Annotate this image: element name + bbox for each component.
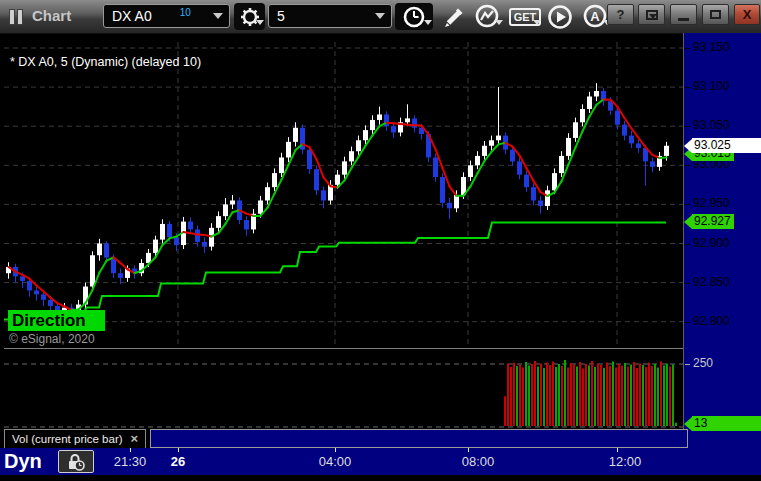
copyright-text: © eSignal, 2020 [9, 332, 95, 346]
price-tick [685, 48, 690, 49]
price-badge-92_927: 92.927 [684, 214, 734, 229]
time-tick-label: 26 [171, 454, 185, 469]
time-tick [617, 448, 618, 452]
badge-arrow-icon [684, 139, 692, 153]
close-tab-icon[interactable]: × [131, 431, 139, 446]
price-chart-canvas[interactable] [4, 36, 683, 348]
price-tick-label: 93.100 [693, 79, 730, 93]
chart-window: Chart DX A0 10 5 [0, 0, 761, 481]
price-tick [685, 204, 690, 205]
time-template-button[interactable] [395, 3, 433, 30]
time-axis[interactable]: Dyn 21:302604:0008:0012:00 [0, 448, 761, 475]
pencil-icon [440, 4, 466, 30]
price-badge-93_025: 93.025 [684, 138, 761, 153]
play-button[interactable] [544, 3, 576, 30]
volume-bars [505, 360, 676, 426]
window-bottom-edge [0, 475, 761, 481]
question-icon: ? [617, 7, 625, 22]
price-tick-label: 93.050 [693, 118, 730, 132]
time-tick [468, 448, 469, 452]
titlebar[interactable]: Chart DX A0 10 5 [0, 0, 761, 34]
close-button[interactable]: X [734, 4, 760, 25]
time-tick-label: 12:00 [609, 454, 642, 469]
tab-volume-study[interactable]: Vol (current price bar) × [4, 429, 146, 448]
symbol-settings-button[interactable] [234, 3, 265, 30]
draw-tools-button[interactable] [438, 3, 468, 30]
volume-chart-canvas[interactable] [4, 350, 683, 428]
chart-legend: * DX A0, 5 (Dynamic) (delayed 10) [10, 55, 201, 69]
symbol-superscript: 10 [180, 7, 191, 18]
tab-label: Vol (current price bar) [12, 433, 123, 445]
price-tick [685, 322, 690, 323]
chart-window-icon [9, 9, 27, 24]
price-badge-13: 13 [684, 416, 761, 431]
interval-combo[interactable]: 5 [268, 4, 392, 28]
chevron-down-icon [495, 20, 503, 29]
chart-style-button[interactable] [470, 3, 504, 30]
window-title: Chart [32, 7, 71, 24]
close-icon: X [743, 7, 752, 22]
time-tick [178, 448, 179, 452]
chevron-down-icon [256, 20, 264, 29]
direction-study-label[interactable]: Direction [8, 310, 105, 331]
chevron-down-icon [533, 20, 541, 29]
price-tick-label: 92.950 [693, 196, 730, 210]
symbol-combo[interactable]: DX A0 10 [103, 4, 230, 28]
panel-divider[interactable] [4, 348, 683, 349]
price-axis[interactable]: 93.15093.10093.05093.00092.95092.90092.8… [683, 33, 761, 448]
volume-tick [685, 364, 690, 365]
horizontal-scrollbar[interactable] [150, 429, 688, 448]
price-tick-label: 92.850 [693, 275, 730, 289]
volume-tick-label: 250 [693, 356, 713, 370]
help-button[interactable]: ? [607, 4, 634, 25]
price-tick [685, 126, 690, 127]
time-tick [335, 448, 336, 452]
price-tick-label: 93.150 [693, 40, 730, 54]
minimize-icon [678, 18, 689, 21]
price-tick [685, 165, 690, 166]
maximize-icon [710, 10, 721, 19]
chevron-down-icon [424, 20, 432, 29]
badge-arrow-icon [684, 417, 692, 431]
chevron-down-icon [375, 13, 385, 24]
time-tick-label: 04:00 [319, 454, 352, 469]
price-tick [685, 87, 690, 88]
play-icon [546, 3, 574, 31]
time-tick-label: 08:00 [462, 454, 495, 469]
grid-lines [4, 42, 683, 348]
time-lock-button[interactable] [58, 450, 94, 473]
price-tick [685, 283, 690, 284]
minimize-button[interactable] [670, 4, 697, 25]
chevron-down-icon [213, 13, 223, 24]
restore-window-button[interactable] [638, 4, 665, 25]
dynamic-mode-label: Dyn [4, 450, 42, 473]
symbol-value: DX A0 [112, 8, 152, 24]
time-tick [130, 448, 131, 452]
maximize-button[interactable] [702, 4, 729, 25]
price-tick-label: 92.900 [693, 236, 730, 250]
get-data-button[interactable]: GET [508, 3, 542, 30]
interval-value: 5 [277, 8, 285, 24]
lock-clock-icon [65, 452, 87, 472]
restore-icon [646, 10, 658, 20]
price-tick [685, 244, 690, 245]
badge-arrow-icon [684, 215, 692, 229]
svg-text:A: A [590, 9, 600, 24]
time-tick-label: 21:30 [114, 454, 147, 469]
price-tick-label: 92.800 [693, 314, 730, 328]
